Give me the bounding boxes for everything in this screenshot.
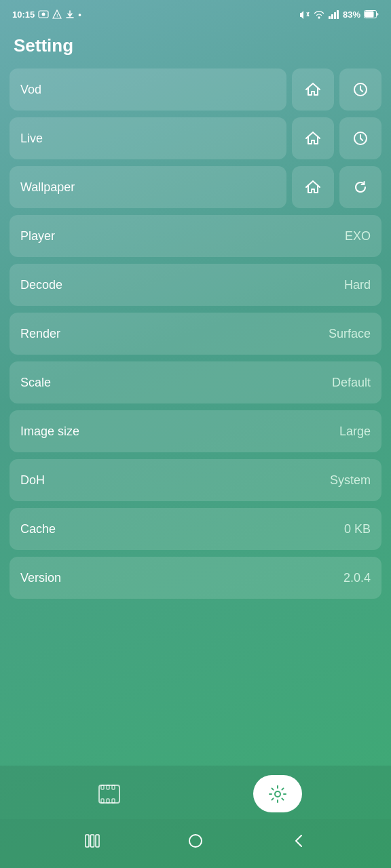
- svg-rect-22: [91, 835, 94, 847]
- svg-rect-7: [334, 12, 336, 19]
- gear-icon: [268, 785, 287, 804]
- status-bar: 10:15 ! • 83%: [0, 0, 391, 26]
- svg-rect-5: [329, 16, 331, 19]
- svg-text:!: !: [56, 14, 58, 18]
- setting-row-vod: Vod: [10, 68, 381, 111]
- setting-row-decode[interactable]: Decode Hard: [10, 264, 381, 306]
- system-home-button[interactable]: [181, 826, 210, 856]
- cache-key: Cache: [20, 522, 56, 536]
- film-nav-button[interactable]: [89, 775, 130, 812]
- setting-row-render[interactable]: Render Surface: [10, 313, 381, 355]
- svg-rect-8: [337, 10, 339, 19]
- recent-apps-button[interactable]: [77, 826, 107, 856]
- wallpaper-label-box[interactable]: Wallpaper: [10, 166, 286, 208]
- player-value: EXO: [345, 229, 371, 243]
- setting-row-image-size[interactable]: Image size Large: [10, 410, 381, 452]
- cache-value: 0 KB: [344, 522, 371, 536]
- home-icon: [304, 130, 322, 147]
- download-icon: [65, 9, 75, 19]
- live-history-button[interactable]: [339, 117, 381, 159]
- vod-home-button[interactable]: [292, 68, 334, 111]
- wifi-icon: [313, 9, 325, 19]
- version-key: Version: [20, 571, 61, 585]
- bottom-nav-area: [0, 766, 391, 868]
- circle-icon: [188, 833, 203, 848]
- home-icon: [304, 81, 322, 98]
- live-label: Live: [20, 132, 43, 146]
- player-key: Player: [20, 229, 55, 243]
- status-right: 83%: [299, 9, 379, 20]
- vod-label-box[interactable]: Vod: [10, 68, 286, 111]
- svg-rect-21: [86, 835, 89, 847]
- history-icon: [352, 81, 369, 98]
- back-button[interactable]: [284, 826, 314, 856]
- wallpaper-home-button[interactable]: [292, 166, 334, 208]
- decode-key: Decode: [20, 278, 62, 292]
- wallpaper-refresh-button[interactable]: [339, 166, 381, 208]
- setting-row-live: Live: [10, 117, 381, 159]
- svg-point-1: [42, 13, 45, 16]
- time-display: 10:15: [12, 9, 35, 20]
- home-icon: [304, 178, 322, 196]
- settings-nav-button[interactable]: [253, 775, 302, 812]
- svg-point-20: [275, 791, 280, 797]
- scale-value: Default: [332, 376, 371, 390]
- status-left: 10:15 ! •: [12, 9, 81, 20]
- refresh-icon: [352, 178, 369, 196]
- bottom-app-bar: [0, 766, 391, 819]
- image-size-value: Large: [339, 425, 371, 439]
- version-value: 2.0.4: [343, 571, 371, 585]
- settings-list: Vod Live Wallpaper Player: [0, 68, 391, 599]
- mute-icon: [299, 9, 310, 19]
- svg-point-24: [189, 835, 202, 847]
- setting-row-scale[interactable]: Scale Default: [10, 361, 381, 403]
- doh-value: System: [330, 473, 371, 488]
- live-label-box[interactable]: Live: [10, 117, 286, 159]
- back-icon: [293, 833, 304, 848]
- photo-icon: [38, 9, 49, 19]
- scale-key: Scale: [20, 376, 51, 390]
- svg-rect-23: [96, 835, 99, 847]
- warning-icon: !: [52, 9, 62, 19]
- recent-apps-icon: [84, 833, 100, 848]
- battery-icon: [364, 10, 379, 18]
- setting-row-version[interactable]: Version 2.0.4: [10, 557, 381, 599]
- battery-display: 83%: [343, 9, 360, 20]
- film-icon: [98, 785, 120, 804]
- setting-row-player[interactable]: Player EXO: [10, 215, 381, 257]
- svg-rect-10: [365, 12, 374, 18]
- svg-rect-6: [331, 14, 333, 19]
- history-icon: [352, 130, 369, 147]
- setting-row-doh[interactable]: DoH System: [10, 459, 381, 501]
- image-size-key: Image size: [20, 425, 79, 439]
- setting-row-cache[interactable]: Cache 0 KB: [10, 508, 381, 550]
- vod-label: Vod: [20, 83, 41, 97]
- page-title: Setting: [0, 26, 391, 68]
- live-home-button[interactable]: [292, 117, 334, 159]
- dot-indicator: •: [78, 9, 81, 20]
- render-value: Surface: [329, 327, 371, 341]
- doh-key: DoH: [20, 473, 45, 488]
- system-nav-bar: [0, 819, 391, 868]
- wallpaper-label: Wallpaper: [20, 180, 75, 195]
- vod-history-button[interactable]: [339, 68, 381, 111]
- signal-icon: [329, 9, 339, 19]
- setting-row-wallpaper: Wallpaper: [10, 166, 381, 208]
- render-key: Render: [20, 327, 60, 341]
- decode-value: Hard: [344, 278, 371, 292]
